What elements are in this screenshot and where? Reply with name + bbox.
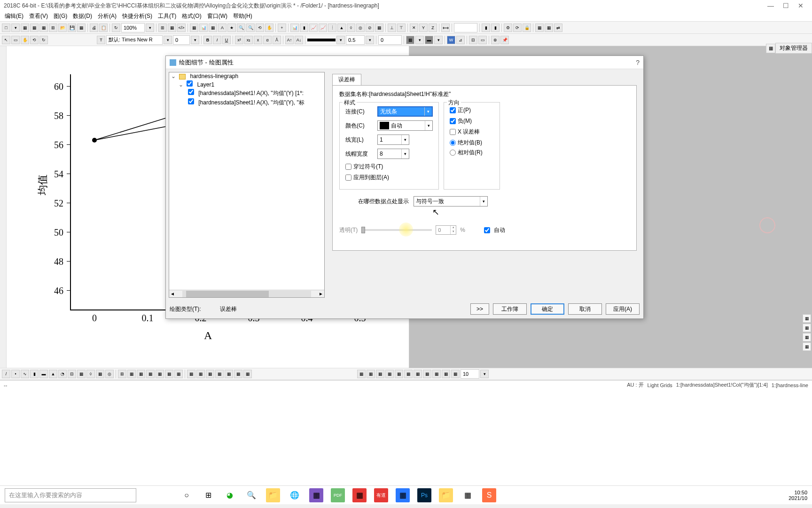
bottom-num-input[interactable] [461,369,479,379]
lock-icon[interactable]: 🔒 [523,24,531,32]
b5-icon[interactable]: ▦ [395,370,403,378]
taskbar-search-input[interactable]: 在这里输入你要搜索的内容 [5,488,136,502]
merge-icon[interactable]: ▦ [127,370,136,378]
t5-icon[interactable]: ▦ [225,370,233,378]
minimize-button[interactable]: — [763,2,778,9]
obj-mgr-icon[interactable]: ▦ [766,44,775,53]
menu-help[interactable]: 帮助(H) [230,12,255,20]
t6-icon[interactable]: ▦ [234,370,242,378]
connect-combo[interactable]: 无线条 ▾ [377,106,433,117]
notes-icon[interactable]: A [218,24,226,32]
favorites-icon[interactable]: ★ [227,24,236,32]
ex3-icon[interactable]: ▦ [156,370,164,378]
add-err-icon[interactable]: ⊥ [388,24,396,32]
line-color-icon[interactable]: ▬ [425,36,433,44]
rotate-icon[interactable]: ⟲ [30,36,39,44]
y-label-icon[interactable]: Y [419,24,428,32]
plot-line-icon[interactable]: / [2,370,10,378]
menu-tools[interactable]: 工具(T) [155,12,179,20]
tree-toggle-root[interactable]: ⌄ [171,73,176,79]
transparency-slider[interactable] [361,229,432,231]
menu-data[interactable]: 数据(D) [70,12,95,20]
col-y-icon[interactable]: ▮ [491,24,500,32]
tree-item-1[interactable]: [hardnessdata]Sheet1! A(X), "均值"(Y) [1*: [198,90,304,96]
worksheet-button[interactable]: 工作簿 [493,303,527,315]
align-icon[interactable]: ⊟ [469,36,477,44]
scroll-left-icon[interactable]: ◄ [169,291,176,296]
chevron-down-icon[interactable]: ▾ [424,107,432,116]
plot-checkbox-2[interactable] [188,98,194,104]
t2-icon[interactable]: ▦ [196,370,205,378]
chevron-down-icon[interactable]: ▾ [401,135,409,144]
area-icon[interactable]: ▲ [337,24,346,32]
plot-ls-icon[interactable]: ∿ [21,370,29,378]
ex5-icon[interactable]: ▦ [174,370,183,378]
menu-analysis[interactable]: 分析(A) [95,12,119,20]
relative-radio[interactable] [450,150,456,156]
menu-view[interactable]: 查看(V) [26,12,51,20]
rect-icon[interactable]: ▭ [11,36,20,44]
negative-checkbox[interactable] [450,118,456,124]
lc-dropdown-icon[interactable]: ▾ [434,36,443,44]
cancel-button[interactable]: 取消 [568,303,602,315]
font-input[interactable] [106,35,163,45]
absolute-radio[interactable] [450,140,456,146]
blue-app-icon[interactable]: ▦ [396,488,410,502]
tree-item-2[interactable]: [hardnessdata]Sheet1! A(X), "均值"(Y), "标 [198,99,304,106]
batch-icon[interactable]: ⚙ [504,24,512,32]
database-icon[interactable]: ▦ [535,24,544,32]
subscript-icon[interactable]: x₂ [244,36,253,44]
mask-icon[interactable]: ⊘ [366,24,374,32]
x-icon[interactable]: ⊗ [491,36,500,44]
italic-icon[interactable]: I [213,36,221,44]
font-size-input[interactable] [173,35,190,45]
w-icon[interactable]: W [447,36,455,44]
plot-cont-icon[interactable]: ◎ [105,370,114,378]
line2-icon[interactable]: 📈 [319,24,327,32]
side-icon-2[interactable]: ▦ [803,324,811,332]
taskview-icon[interactable]: ⊞ [201,488,215,502]
col-x-icon[interactable]: ▮ [482,24,490,32]
num-input-2[interactable] [378,35,402,45]
err-icon[interactable]: ⟷ [441,24,450,32]
open-icon[interactable]: 📂 [58,24,67,32]
transfer-icon[interactable]: ⇄ [554,24,562,32]
font-dropdown-icon[interactable]: ▾ [164,36,172,44]
plot-3d-icon[interactable]: ◊ [86,370,95,378]
superscript-icon[interactable]: x² [235,36,243,44]
close-button[interactable]: ✕ [793,2,808,9]
endnote-icon[interactable]: ▦ [309,488,323,502]
origin-icon[interactable]: ▦ [461,488,475,502]
color-combo[interactable]: 自动 ▾ [377,120,433,131]
folder-icon[interactable]: 📁 [439,488,453,502]
new-workbook-icon[interactable]: ▦ [21,24,29,32]
arrow-icon[interactable]: ↖ [2,36,10,44]
cortana-icon[interactable]: ○ [180,488,194,502]
tab-errorbar[interactable]: 误差棒 [332,74,361,85]
new-graph-icon[interactable]: ⊞ [49,24,57,32]
new-project-icon[interactable]: □ [2,24,10,32]
import-icon[interactable]: 📋 [99,24,108,32]
region-icon[interactable]: ▦ [375,24,383,32]
b4-icon[interactable]: ▦ [385,370,394,378]
linewidth-combo[interactable]: 1 ▾ [377,135,409,145]
fill-dropdown-icon[interactable]: ▾ [415,36,424,44]
spinner-up-icon[interactable]: ▲ [450,226,456,230]
ok-button[interactable]: 确定 [531,303,564,315]
b1-icon[interactable]: ▦ [357,370,366,378]
scatter-icon[interactable]: ⋮ [328,24,336,32]
xerr-checkbox[interactable] [450,129,456,135]
ex4-icon[interactable]: ▦ [165,370,173,378]
chevron-down-icon[interactable]: ▾ [425,121,432,130]
expand-button[interactable]: >> [470,303,489,315]
b7-icon[interactable]: ▦ [414,370,422,378]
pan-icon[interactable]: ✋ [265,24,273,32]
text-tool-icon[interactable]: T [97,36,105,44]
add-column-icon[interactable]: + [278,24,286,32]
plot-area-icon[interactable]: ▲ [49,370,57,378]
maximize-button[interactable]: ☐ [778,2,793,9]
line-style-icon[interactable] [307,39,336,41]
rescale-icon[interactable]: ⟲ [256,24,264,32]
display-at-combo[interactable]: 与符号一致 ▾ [414,196,488,206]
plot-col-icon[interactable]: ▮ [30,370,39,378]
